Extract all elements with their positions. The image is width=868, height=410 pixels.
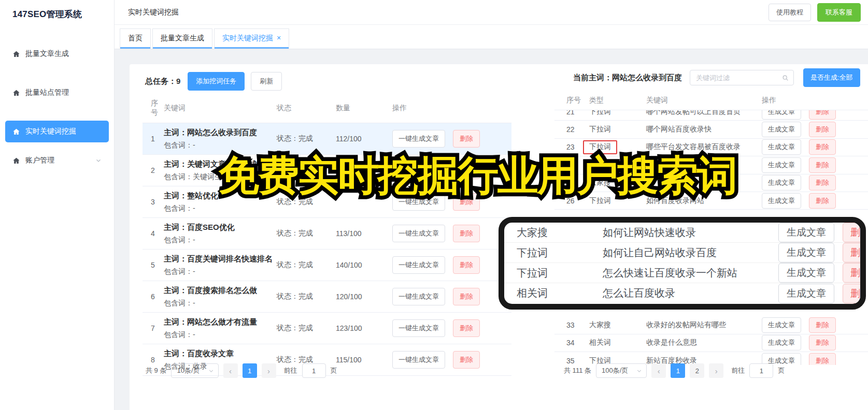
sidebar-item-keyword-mining[interactable]: 实时关键词挖掘 bbox=[5, 121, 109, 142]
generate-article-button[interactable]: 生成文章 bbox=[778, 263, 834, 283]
generate-article-button[interactable]: 生成文章 bbox=[762, 335, 801, 350]
delete-button[interactable]: 删除 bbox=[453, 225, 480, 242]
delete-button[interactable]: 删除 bbox=[809, 110, 836, 120]
tab-keyword-mining[interactable]: 实时关键词挖掘× bbox=[214, 28, 289, 49]
generate-article-button[interactable]: 生成文章 bbox=[762, 175, 801, 191]
keyword-row[interactable]: 34 相关词 收录是什么意思 生成文章删除 bbox=[554, 334, 868, 352]
delete-button[interactable]: 删除 bbox=[809, 193, 836, 209]
keyword-type: 下拉词 bbox=[589, 196, 646, 206]
sidebar-item-account[interactable]: 账户管理 bbox=[5, 150, 109, 171]
delete-button[interactable]: 删除 bbox=[453, 256, 480, 274]
next-page-button[interactable]: › bbox=[709, 363, 723, 378]
tab-home[interactable]: 首页 bbox=[120, 28, 151, 49]
task-row[interactable]: 7 主词：网站怎么做才有流量包含词：- 状态：完成 123/100 一键生成文章… bbox=[143, 313, 511, 344]
page-number-1[interactable]: 1 bbox=[671, 363, 685, 378]
task-row[interactable]: 4 主词：百度SEO优化包含词：- 状态：完成 113/100 一键生成文章删除 bbox=[143, 218, 511, 250]
total-tasks-label: 总任务：9 bbox=[145, 77, 180, 86]
task-main-word: 主词：百度关键词排名快速排名 bbox=[164, 253, 273, 265]
keyword-row[interactable]: 33 大家搜 收录好的发帖网站有哪些 生成文章删除 bbox=[554, 316, 868, 334]
task-row[interactable]: 3 主词：整站优化包含词：- 状态：完成 一键生成文章删除 bbox=[143, 186, 511, 218]
delete-button[interactable]: 删除 bbox=[843, 263, 866, 283]
col-keyword: 关键词 bbox=[646, 96, 762, 105]
add-mining-task-button[interactable]: 添加挖词任务 bbox=[188, 72, 245, 91]
keyword-type: 下拉词 bbox=[517, 246, 603, 260]
tutorial-button[interactable]: 使用教程 bbox=[769, 4, 811, 21]
delete-button[interactable]: 删除 bbox=[453, 162, 480, 179]
delete-button[interactable]: 删除 bbox=[843, 223, 866, 242]
task-main-word: 主词：网站怎么收录到百度 bbox=[164, 127, 273, 138]
task-row[interactable]: 1 主词：网站怎么收录到百度包含词：- 状态：完成 112/100 一键生成文章… bbox=[143, 123, 511, 155]
generate-articles-button[interactable]: 一键生成文章 bbox=[392, 193, 445, 211]
tab-bar: 首页 批量文章生成 实时关键词挖掘× bbox=[115, 25, 868, 49]
prev-page-button[interactable]: ‹ bbox=[651, 363, 666, 378]
generate-article-button[interactable]: 生成文章 bbox=[762, 157, 801, 173]
generate-article-button[interactable]: 生成文章 bbox=[762, 193, 801, 209]
generate-article-button[interactable]: 生成文章 bbox=[762, 317, 801, 333]
page-number-1[interactable]: 1 bbox=[243, 363, 257, 378]
generate-article-button[interactable]: 生成文章 bbox=[778, 243, 834, 262]
keyword-row[interactable]: 23 下拉词 哪些平台发文容易被百度收录 生成文章删除 bbox=[554, 139, 868, 156]
goto-page-input[interactable] bbox=[749, 363, 773, 378]
task-row[interactable]: 5 主词：百度关键词排名快速排名包含词：- 状态：完成 140/100 一键生成… bbox=[143, 250, 511, 281]
refresh-button[interactable]: 刷新 bbox=[251, 72, 282, 91]
generate-articles-button[interactable]: 一键生成文章 bbox=[392, 225, 445, 242]
delete-button[interactable]: 删除 bbox=[809, 317, 836, 333]
task-include-word: 包含词：- bbox=[164, 234, 273, 245]
tab-label: 首页 bbox=[128, 34, 143, 42]
task-main-word: 主词：百度收录文章 bbox=[164, 348, 273, 359]
generate-all-toggle-button[interactable]: 是否生成:全部 bbox=[803, 68, 860, 87]
keyword-row[interactable]: 21 下拉词 哪个网站发帖可以上百度首页 生成文章删除 bbox=[554, 110, 868, 121]
keyword-row[interactable]: 25 大家搜 生成文章删除 bbox=[554, 174, 868, 192]
generate-articles-button[interactable]: 一键生成文章 bbox=[392, 162, 445, 179]
generate-articles-button[interactable]: 一键生成文章 bbox=[392, 288, 445, 305]
next-page-button[interactable]: › bbox=[262, 363, 276, 378]
keyword-row[interactable]: 24 下拉词 生成文章删除 bbox=[554, 156, 868, 174]
generate-article-button[interactable]: 生成文章 bbox=[762, 139, 801, 155]
prev-page-button[interactable]: ‹ bbox=[223, 363, 238, 378]
magnifier-callout-box: 大家搜 如何让网站快速收录 生成文章 删除 下拉词 如何让自己网站收录百度 生成… bbox=[499, 217, 866, 310]
delete-button[interactable]: 删除 bbox=[809, 335, 836, 350]
task-status: 状态：完成 bbox=[277, 197, 336, 207]
delete-button[interactable]: 删除 bbox=[809, 139, 836, 155]
page-size-select[interactable]: 10条/页 bbox=[171, 363, 218, 378]
task-index: 7 bbox=[143, 324, 164, 332]
keyword-text: 如何百度收录网站 bbox=[646, 196, 762, 206]
generate-articles-button[interactable]: 一键生成文章 bbox=[392, 130, 445, 148]
delete-button[interactable]: 删除 bbox=[453, 351, 480, 369]
delete-button[interactable]: 删除 bbox=[809, 122, 836, 137]
generate-article-button[interactable]: 生成文章 bbox=[762, 122, 801, 137]
keyword-row[interactable]: 22 下拉词 哪个网站百度收录快 生成文章删除 bbox=[554, 121, 868, 138]
generate-article-button[interactable]: 生成文章 bbox=[778, 284, 834, 303]
delete-button[interactable]: 删除 bbox=[809, 175, 836, 191]
delete-button[interactable]: 删除 bbox=[453, 193, 480, 211]
keyword-type: 大家搜 bbox=[517, 226, 603, 240]
generate-article-button[interactable]: 生成文章 bbox=[762, 110, 801, 120]
page-size-select[interactable]: 100条/页 bbox=[596, 363, 647, 378]
keyword-row[interactable]: 26 下拉词 如何百度收录网站 生成文章删除 bbox=[554, 192, 868, 210]
task-row[interactable]: 6 主词：百度搜索排名怎么做包含词：- 状态：完成 120/100 一键生成文章… bbox=[143, 281, 511, 313]
delete-button[interactable]: 删除 bbox=[453, 130, 480, 148]
keyword-filter-field[interactable] bbox=[690, 70, 794, 85]
delete-button[interactable]: 删除 bbox=[453, 288, 480, 305]
delete-button[interactable]: 删除 bbox=[809, 157, 836, 173]
delete-button[interactable]: 删除 bbox=[843, 243, 866, 262]
sidebar-item-batch-site[interactable]: 批量站点管理 bbox=[5, 82, 109, 104]
task-row[interactable]: 2 主词：关键词文章自动生成包含词：关键词生成 状态：完成 100/100 一键… bbox=[143, 155, 511, 186]
keyword-type: 大家搜 bbox=[589, 320, 646, 330]
generate-articles-button[interactable]: 一键生成文章 bbox=[392, 256, 445, 274]
page-number-2[interactable]: 2 bbox=[690, 363, 704, 378]
delete-button[interactable]: 删除 bbox=[453, 319, 480, 337]
delete-button[interactable]: 删除 bbox=[843, 284, 866, 303]
col-index: 序号 bbox=[554, 96, 589, 105]
generate-articles-button[interactable]: 一键生成文章 bbox=[392, 351, 445, 369]
sidebar-item-batch-article[interactable]: 批量文章生成 bbox=[5, 43, 109, 65]
contact-support-button[interactable]: 联系客服 bbox=[817, 3, 861, 22]
delete-button[interactable]: 删除 bbox=[809, 353, 836, 365]
tab-batch-article[interactable]: 批量文章生成 bbox=[152, 28, 212, 49]
generate-articles-button[interactable]: 一键生成文章 bbox=[392, 319, 445, 337]
close-icon[interactable]: × bbox=[277, 34, 281, 42]
keyword-type: 下拉词 bbox=[589, 125, 646, 134]
generate-article-button[interactable]: 生成文章 bbox=[778, 223, 834, 242]
goto-page-input[interactable] bbox=[302, 363, 326, 378]
keyword-filter-input[interactable] bbox=[695, 74, 782, 82]
